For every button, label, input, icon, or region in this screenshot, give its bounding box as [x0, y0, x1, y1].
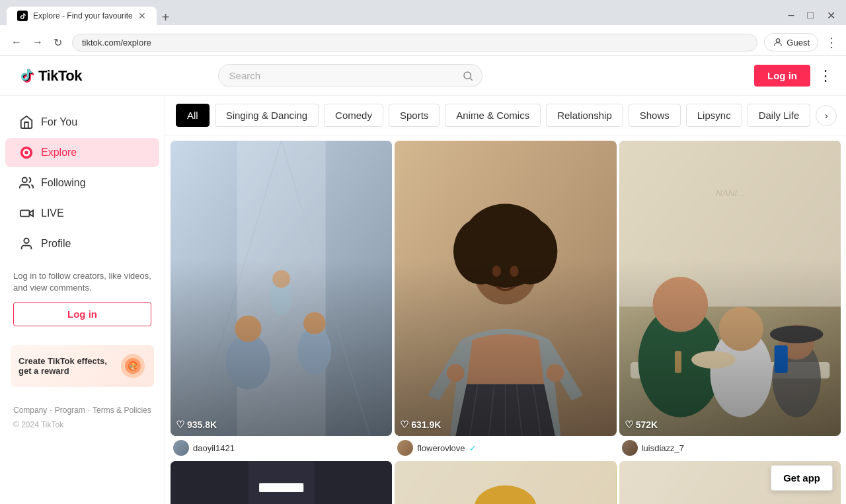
- search-bar: [218, 64, 482, 87]
- heart-icon-3: ♡: [625, 419, 633, 431]
- video-image-5: [395, 461, 616, 504]
- video-card-2[interactable]: ♡ 631.9K flowerovlove ✓: [395, 141, 616, 458]
- get-app-button[interactable]: Get app: [771, 465, 833, 491]
- sidebar-label-profile: Profile: [41, 238, 71, 250]
- footer-link-terms[interactable]: Terms & Policies: [93, 406, 151, 415]
- category-singing-dancing[interactable]: Singing & Dancing: [215, 104, 319, 127]
- svg-point-5: [24, 151, 28, 155]
- tab-favicon: [17, 11, 28, 21]
- svg-point-1: [777, 39, 780, 42]
- close-button[interactable]: ✕: [823, 8, 839, 23]
- footer-link-company[interactable]: Company: [13, 406, 47, 415]
- tiktok-logo-icon: [13, 65, 34, 87]
- category-all[interactable]: All: [176, 104, 210, 127]
- effects-text: Create TikTok effects, get a reward: [19, 356, 114, 376]
- video-author-2: flowerovlove ✓: [395, 436, 616, 458]
- logo-text: TikTok: [38, 67, 82, 85]
- sidebar-item-following[interactable]: Following: [5, 168, 159, 198]
- video-gradient-1: [171, 259, 392, 436]
- svg-rect-54: [248, 461, 314, 504]
- search-input[interactable]: [218, 64, 482, 87]
- category-anime-comics[interactable]: Anime & Comics: [445, 104, 541, 127]
- category-scroll-next[interactable]: ›: [816, 105, 837, 126]
- footer-link-program[interactable]: Program: [55, 406, 85, 415]
- video-card-1[interactable]: ♡ 935.8K daoyil1421: [171, 141, 392, 458]
- author-name-2: flowerovlove: [417, 443, 465, 453]
- sidebar-label-following: Following: [41, 177, 86, 189]
- address-bar-row: ← → ↻ Guest ⋮: [0, 29, 846, 56]
- header-more-button[interactable]: ⋮: [818, 67, 833, 85]
- video-thumb-4[interactable]: [171, 461, 392, 504]
- sidebar-item-for-you[interactable]: For You: [5, 108, 159, 137]
- author-name-3: luisdiazz_7: [642, 443, 684, 453]
- tab-close-button[interactable]: ✕: [138, 11, 146, 21]
- forward-button[interactable]: →: [29, 35, 46, 50]
- address-input[interactable]: [72, 34, 757, 52]
- svg-text:🎨: 🎨: [128, 361, 138, 371]
- category-daily-life[interactable]: Daily Life: [748, 104, 811, 127]
- home-icon: [19, 114, 34, 130]
- following-icon: [19, 175, 34, 191]
- video-thumb-5[interactable]: [395, 461, 616, 504]
- guest-icon: [773, 37, 783, 48]
- svg-rect-56: [259, 484, 303, 492]
- category-comedy[interactable]: Comedy: [324, 104, 383, 127]
- sidebar-login-section: Log in to follow creators, like videos, …: [0, 260, 165, 337]
- tab-title: Explore - Find your favourite: [33, 11, 133, 20]
- profile-icon: [19, 236, 34, 252]
- minimize-button[interactable]: –: [784, 8, 798, 23]
- app-header: TikTok Log in ⋮: [0, 56, 846, 96]
- logo[interactable]: TikTok: [13, 65, 82, 87]
- new-tab-button[interactable]: +: [157, 10, 175, 25]
- effects-banner[interactable]: Create TikTok effects, get a reward 🎨: [11, 345, 154, 387]
- sidebar-login-prompt: Log in to follow creators, like videos, …: [13, 270, 151, 294]
- browser-tab[interactable]: Explore - Find your favourite ✕: [7, 7, 157, 25]
- browser-more-button[interactable]: ⋮: [825, 34, 838, 50]
- video-thumb-1[interactable]: ♡ 935.8K: [171, 141, 392, 436]
- refresh-button[interactable]: ↻: [50, 35, 65, 50]
- svg-rect-7: [20, 210, 30, 216]
- sidebar-login-button[interactable]: Log in: [13, 302, 151, 326]
- sidebar-label-for-you: For You: [41, 116, 77, 128]
- search-button[interactable]: [453, 64, 482, 87]
- video-author-1: daoyil1421: [171, 436, 392, 458]
- sidebar-item-profile[interactable]: Profile: [5, 229, 159, 258]
- main-layout: For You Explore Following: [0, 96, 846, 504]
- category-sports[interactable]: Sports: [389, 104, 440, 127]
- category-bar: All Singing & Dancing Comedy Sports Anim…: [165, 96, 846, 135]
- video-author-3: luisdiazz_7: [619, 436, 841, 458]
- video-likes-2: ♡ 631.9K: [400, 419, 441, 431]
- verified-badge-2: ✓: [469, 443, 477, 453]
- category-relationship[interactable]: Relationship: [546, 104, 623, 127]
- sidebar-nav: For You Explore Following: [0, 108, 165, 258]
- category-lipsync[interactable]: Lipsync: [686, 104, 742, 127]
- video-thumb-2[interactable]: ♡ 631.9K: [395, 141, 616, 436]
- video-card-5[interactable]: [395, 461, 616, 504]
- login-button[interactable]: Log in: [754, 65, 810, 87]
- author-name-1: daoyil1421: [193, 443, 235, 453]
- video-card-4[interactable]: [171, 461, 392, 504]
- svg-point-9: [24, 238, 28, 243]
- explore-icon: [19, 145, 34, 161]
- category-shows[interactable]: Shows: [629, 104, 681, 127]
- footer-link-sep2: ·: [88, 406, 90, 415]
- video-gradient-3: [619, 259, 841, 436]
- heart-icon-1: ♡: [176, 419, 184, 431]
- video-card-3[interactable]: NANI...: [619, 141, 841, 458]
- svg-text:NANI...: NANI...: [716, 188, 744, 198]
- back-button[interactable]: ←: [8, 35, 25, 50]
- svg-point-2: [464, 72, 471, 79]
- sidebar-item-live[interactable]: LIVE: [5, 199, 159, 228]
- video-image-4: [171, 461, 392, 504]
- footer-link-sep1: ·: [50, 406, 52, 415]
- guest-button[interactable]: Guest: [764, 33, 818, 52]
- video-likes-1: ♡ 935.8K: [176, 419, 217, 431]
- video-gradient-2: [395, 259, 616, 436]
- avatar-2: [397, 440, 413, 456]
- video-grid: ♡ 935.8K daoyil1421: [165, 135, 846, 504]
- header-right: Log in ⋮: [754, 65, 833, 87]
- video-thumb-3[interactable]: NANI...: [619, 141, 841, 436]
- sidebar-item-explore[interactable]: Explore: [5, 138, 159, 167]
- maximize-button[interactable]: □: [803, 8, 818, 23]
- sidebar-label-explore: Explore: [41, 147, 77, 159]
